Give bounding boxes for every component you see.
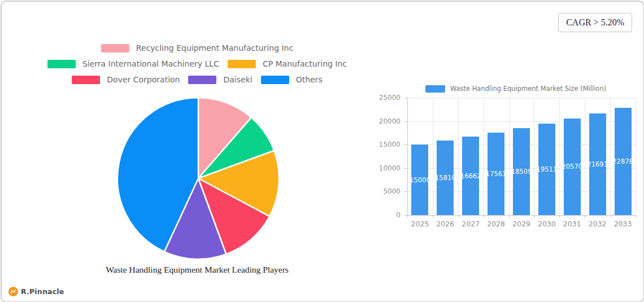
gridline-vertical xyxy=(559,98,560,215)
pie-legend-item-sierra-international-machinery-llc[interactable]: Sierra International Machinery LLC xyxy=(47,59,219,68)
x-tick-label: 2029 xyxy=(512,220,530,228)
y-tick-label: 25000 xyxy=(379,94,401,102)
bar-value-label: 20570 xyxy=(562,163,582,170)
bar-2029: 18509 xyxy=(513,128,530,215)
x-axis-tickmark xyxy=(484,215,484,218)
bar-2028: 17561 xyxy=(488,133,504,215)
x-axis-tickmark xyxy=(585,215,585,218)
x-tick-label: 2027 xyxy=(462,220,480,228)
x-axis-tickmark xyxy=(610,215,611,218)
gridline-vertical xyxy=(458,98,459,215)
legend-label: CP Manufacturing Inc xyxy=(263,59,347,68)
gridline-vertical xyxy=(585,98,585,215)
gridline-vertical xyxy=(610,98,611,215)
x-axis-tickmark xyxy=(534,215,534,218)
bar-2030: 19511 xyxy=(538,124,555,215)
y-tick-label: 20000 xyxy=(379,117,401,125)
x-tick-label: 2025 xyxy=(411,220,429,228)
legend-label: Sierra International Machinery LLC xyxy=(82,59,219,68)
brand-pinnacle-icon xyxy=(8,287,18,296)
x-axis-tickmark xyxy=(433,215,433,218)
gridline-vertical xyxy=(484,98,484,215)
x-axis-tickmark xyxy=(509,215,510,218)
bar-legend-label: Waste Handling Equipment Market Size (Mi… xyxy=(450,85,606,93)
pie-chart xyxy=(116,96,281,261)
gridline-horizontal xyxy=(407,215,636,216)
y-axis-line xyxy=(407,98,408,215)
bar-2032: 21691 xyxy=(589,113,606,215)
bar-2025: 15000 xyxy=(411,145,428,215)
bar-value-label: 19511 xyxy=(537,165,558,173)
pie-legend: Recycling Equipment Manufacturing IncSie… xyxy=(28,43,367,84)
x-tick-label: 2033 xyxy=(614,220,632,228)
bar-value-label: 22878 xyxy=(612,157,633,165)
legend-swatch xyxy=(188,76,216,84)
report-card: CAGR > 5.20% Recycling Equipment Manufac… xyxy=(1,1,644,302)
x-tick-label: 2030 xyxy=(538,220,556,228)
bar-value-label: 17561 xyxy=(486,170,507,178)
legend-label: Daiseki xyxy=(223,75,252,84)
cagr-badge: CAGR > 5.20% xyxy=(558,13,632,32)
bar-value-label: 21691 xyxy=(587,160,608,168)
x-tick-label: 2031 xyxy=(563,220,581,228)
bar-2033: 22878 xyxy=(615,108,632,215)
y-tick-label: 15000 xyxy=(379,141,401,148)
bar-value-label: 15810 xyxy=(435,174,456,182)
bar-legend-swatch xyxy=(425,85,445,93)
x-axis-tickmark xyxy=(407,215,408,218)
bar-value-label: 15000 xyxy=(410,176,430,184)
legend-swatch xyxy=(47,60,76,68)
bar-plot: 1500015810166621756118509195112057021691… xyxy=(407,98,636,215)
legend-label: Recycling Equipment Manufacturing Inc xyxy=(136,43,293,52)
bar-value-label: 16662 xyxy=(460,172,481,180)
legend-swatch xyxy=(261,76,289,84)
gridline-horizontal xyxy=(407,98,636,98)
x-tick-label: 2028 xyxy=(487,220,505,228)
bar-x-axis-labels: 202520262027202820292030203120322033 xyxy=(407,220,636,229)
brand-logo: R.Pinnacle xyxy=(8,287,64,296)
y-tick-label: 5000 xyxy=(383,187,401,195)
bar-value-label: 18509 xyxy=(511,168,532,176)
legend-label: Others xyxy=(296,75,323,84)
pie-legend-item-others[interactable]: Others xyxy=(261,75,323,84)
bar-2027: 16662 xyxy=(462,137,479,215)
x-tick-label: 2032 xyxy=(589,220,607,228)
y-tick-label: 0 xyxy=(396,211,401,219)
brand-name: R.Pinnacle xyxy=(21,287,64,296)
gridline-vertical xyxy=(636,98,636,215)
bar-legend[interactable]: Waste Handling Equipment Market Size (Mi… xyxy=(397,85,634,93)
bar-2031: 20570 xyxy=(564,119,581,215)
pie-legend-item-dover-corporation[interactable]: Dover Corporation xyxy=(72,75,180,84)
x-tick-label: 2026 xyxy=(436,220,454,228)
gridline-vertical xyxy=(509,98,510,215)
x-axis-tickmark xyxy=(559,215,560,218)
bar-2026: 15810 xyxy=(437,141,454,215)
pie-title: Waste Handling Equipment Market Leading … xyxy=(28,265,367,275)
legend-label: Dover Corporation xyxy=(107,75,180,84)
gridline-vertical xyxy=(534,98,534,215)
bar-y-axis-labels: 0500010000150002000025000 xyxy=(372,98,404,215)
x-axis-tickmark xyxy=(458,215,459,218)
pie-legend-item-cp-manufacturing-inc[interactable]: CP Manufacturing Inc xyxy=(228,59,347,68)
pie-legend-item-recycling-equipment-manufacturing-inc[interactable]: Recycling Equipment Manufacturing Inc xyxy=(101,43,293,52)
legend-swatch xyxy=(228,60,256,68)
x-axis-tickmark xyxy=(636,215,636,218)
y-tick-label: 10000 xyxy=(379,164,401,172)
pie-legend-item-daiseki[interactable]: Daiseki xyxy=(188,75,252,84)
legend-swatch xyxy=(101,44,129,52)
legend-swatch xyxy=(72,76,100,84)
gridline-vertical xyxy=(433,98,433,215)
